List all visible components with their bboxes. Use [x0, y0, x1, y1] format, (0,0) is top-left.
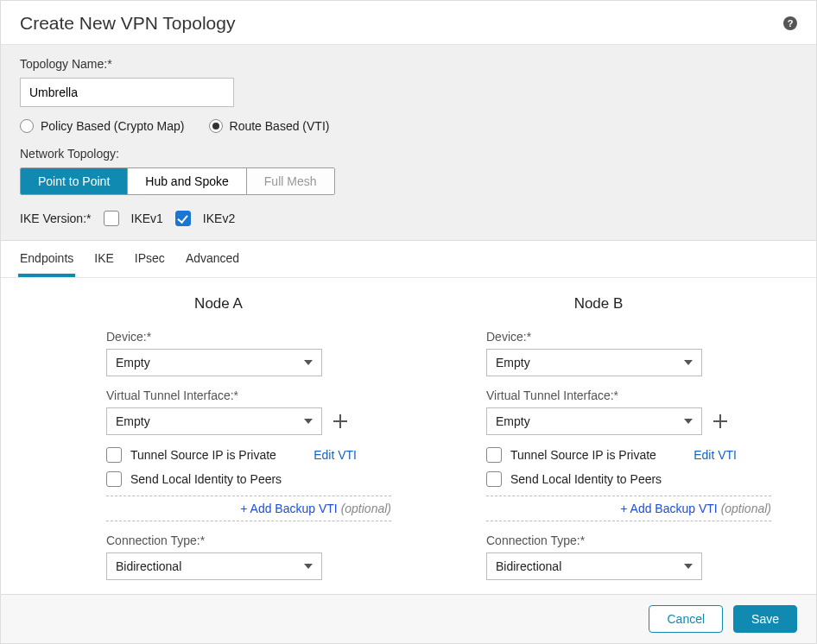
topology-name-label: Topology Name:* — [20, 57, 797, 71]
node-a-conn-type-value: Bidirectional — [116, 559, 181, 573]
tab-advanced[interactable]: Advanced — [184, 241, 241, 277]
node-a-vti-value: Empty — [116, 414, 150, 428]
topology-mesh-button[interactable]: Full Mesh — [247, 168, 334, 194]
chevron-down-icon — [304, 360, 313, 365]
node-b-conn-type-select[interactable]: Bidirectional — [486, 552, 702, 580]
help-icon[interactable]: ? — [783, 16, 797, 30]
node-a-send-local-label: Send Local Identity to Peers — [130, 472, 282, 486]
node-a: Node A Device:* Empty Virtual Tunnel Int… — [46, 295, 391, 585]
node-b: Node B Device:* Empty Virtual Tunnel Int… — [426, 295, 771, 585]
topology-name-input[interactable] — [20, 78, 234, 107]
radio-icon — [209, 119, 223, 133]
radio-icon — [20, 119, 34, 133]
vpn-topology-dialog: Create New VPN Topology ? Topology Name:… — [0, 0, 817, 644]
node-b-device-select[interactable]: Empty — [486, 349, 702, 376]
policy-based-radio[interactable]: Policy Based (Crypto Map) — [20, 119, 185, 133]
ikev1-label: IKEv1 — [131, 212, 163, 225]
node-a-tunnel-private-label: Tunnel Source IP is Private — [130, 448, 276, 462]
network-topology-label: Network Topology: — [20, 147, 797, 161]
node-b-vti-value: Empty — [496, 414, 530, 428]
route-based-radio[interactable]: Route Based (VTI) — [209, 119, 330, 133]
node-a-conn-type-label: Connection Type:* — [106, 534, 391, 547]
node-b-tunnel-private-checkbox[interactable] — [486, 447, 502, 463]
node-b-tunnel-private-label: Tunnel Source IP is Private — [510, 448, 656, 462]
node-b-conn-type-value: Bidirectional — [496, 559, 561, 573]
tab-ike[interactable]: IKE — [92, 241, 116, 277]
node-a-vti-select[interactable]: Empty — [106, 407, 322, 435]
node-a-add-backup-vti[interactable]: + Add Backup VTI (optional) — [106, 502, 391, 515]
ikev2-label: IKEv2 — [203, 212, 235, 225]
ikev2-checkbox[interactable] — [175, 211, 191, 226]
node-b-send-local-label: Send Local Identity to Peers — [510, 472, 662, 486]
chevron-down-icon — [304, 419, 313, 424]
node-a-device-select[interactable]: Empty — [106, 349, 322, 376]
chevron-down-icon — [684, 360, 693, 365]
divider — [486, 521, 771, 521]
node-a-vti-label: Virtual Tunnel Interface:* — [106, 388, 391, 402]
node-b-send-local-checkbox[interactable] — [486, 471, 502, 487]
divider — [106, 521, 391, 521]
node-b-device-value: Empty — [496, 356, 530, 369]
node-a-device-value: Empty — [116, 356, 150, 369]
chevron-down-icon — [304, 564, 313, 569]
cancel-button[interactable]: Cancel — [649, 605, 723, 633]
node-b-vti-select[interactable]: Empty — [486, 407, 702, 435]
node-a-conn-type-select[interactable]: Bidirectional — [106, 552, 322, 580]
node-a-add-vti-icon[interactable] — [331, 412, 350, 431]
policy-based-label: Policy Based (Crypto Map) — [41, 119, 185, 133]
node-b-vti-label: Virtual Tunnel Interface:* — [486, 388, 771, 402]
topology-hub-button[interactable]: Hub and Spoke — [128, 168, 247, 194]
divider — [106, 496, 391, 496]
tab-endpoints[interactable]: Endpoints — [18, 241, 75, 277]
node-b-conn-type-label: Connection Type:* — [486, 534, 771, 547]
node-a-edit-vti-link[interactable]: Edit VTI — [314, 448, 391, 462]
ike-version-row: IKE Version:* IKEv1 IKEv2 — [20, 211, 797, 226]
node-a-send-local-checkbox[interactable] — [106, 471, 122, 487]
node-b-device-label: Device:* — [486, 330, 771, 344]
node-a-tunnel-private-checkbox[interactable] — [106, 447, 122, 463]
network-topology-segmented: Point to Point Hub and Spoke Full Mesh — [20, 167, 335, 195]
node-b-add-vti-icon[interactable] — [711, 412, 730, 431]
node-b-edit-vti-link[interactable]: Edit VTI — [694, 448, 771, 462]
dialog-footer: Cancel Save — [1, 594, 816, 643]
route-based-label: Route Based (VTI) — [230, 119, 330, 133]
topology-p2p-button[interactable]: Point to Point — [21, 168, 128, 194]
vpn-type-radio-group: Policy Based (Crypto Map) Route Based (V… — [20, 119, 797, 133]
config-tabs: Endpoints IKE IPsec Advanced — [1, 241, 816, 278]
endpoints-panel: Node A Device:* Empty Virtual Tunnel Int… — [1, 278, 816, 594]
chevron-down-icon — [684, 419, 693, 424]
node-b-add-backup-vti[interactable]: + Add Backup VTI (optional) — [486, 502, 771, 515]
dialog-title: Create New VPN Topology — [20, 13, 235, 34]
chevron-down-icon — [684, 564, 693, 569]
ikev1-checkbox[interactable] — [104, 211, 119, 226]
dialog-header: Create New VPN Topology ? — [1, 1, 816, 45]
node-a-title: Node A — [46, 295, 391, 313]
save-button[interactable]: Save — [733, 605, 797, 633]
divider — [486, 496, 771, 496]
node-b-title: Node B — [426, 295, 771, 313]
ike-version-label: IKE Version:* — [20, 212, 92, 225]
top-config-panel: Topology Name:* Policy Based (Crypto Map… — [1, 45, 816, 241]
tab-ipsec[interactable]: IPsec — [133, 241, 167, 277]
node-a-device-label: Device:* — [106, 330, 391, 344]
